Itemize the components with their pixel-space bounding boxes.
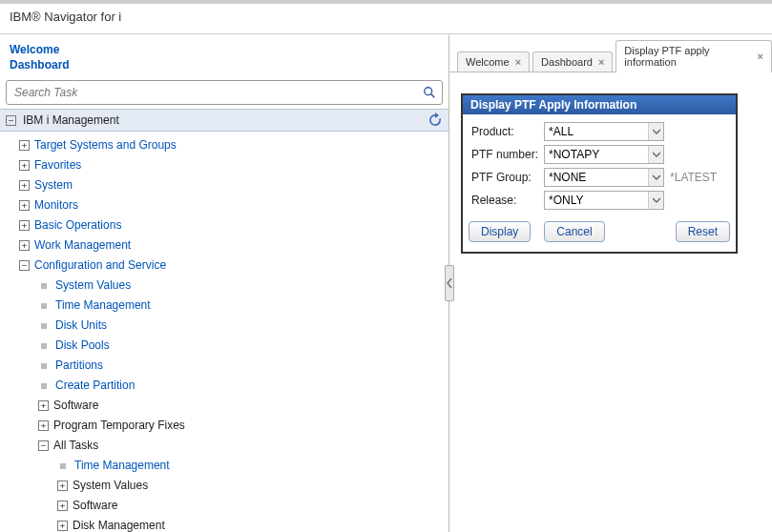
- display-button[interactable]: Display: [469, 221, 531, 242]
- tab-label: Display PTF apply information: [624, 45, 751, 68]
- bullet-icon: [41, 383, 47, 389]
- tree-item[interactable]: +Favorites: [0, 155, 449, 175]
- chevron-down-icon[interactable]: [648, 169, 663, 186]
- tree-item-label: Basic Operations: [34, 217, 121, 234]
- bullet-icon: [41, 343, 47, 349]
- reset-button[interactable]: Reset: [676, 221, 730, 242]
- release-input[interactable]: [545, 193, 648, 208]
- expand-icon[interactable]: +: [38, 400, 49, 411]
- tab-welcome[interactable]: Welcome×: [457, 51, 530, 72]
- chevron-down-icon[interactable]: [648, 146, 663, 163]
- ptfgrp-combo[interactable]: [544, 168, 664, 187]
- tab-label: Dashboard: [541, 56, 593, 68]
- tree-item-label: Target Systems and Groups: [34, 137, 177, 153]
- collapse-icon[interactable]: −: [6, 115, 16, 126]
- bullet-icon: [60, 463, 66, 469]
- tree-item[interactable]: Disk Units: [0, 316, 449, 336]
- tree-item[interactable]: Time Management: [0, 296, 449, 316]
- refresh-icon[interactable]: [428, 113, 443, 128]
- dashboard-link[interactable]: Dashboard: [10, 57, 439, 72]
- expand-icon[interactable]: +: [19, 240, 30, 251]
- svg-point-0: [425, 88, 432, 95]
- tree-item[interactable]: Time Management: [0, 456, 449, 476]
- tab-display-ptf[interactable]: Display PTF apply information×: [616, 40, 772, 72]
- tree-item[interactable]: +Software: [0, 496, 449, 516]
- ptfgrp-input[interactable]: [545, 170, 648, 185]
- tree-item[interactable]: Disk Pools: [0, 336, 449, 356]
- welcome-link[interactable]: Welcome: [10, 42, 439, 57]
- chevron-down-icon[interactable]: [648, 192, 663, 209]
- tree-item[interactable]: +Target Systems and Groups: [0, 135, 449, 155]
- tree-item-label: System Values: [55, 277, 131, 294]
- sidebar: Welcome Dashboard − IBM i Management +Ta…: [0, 34, 449, 532]
- close-icon[interactable]: ×: [598, 56, 604, 68]
- tree-item[interactable]: Create Partition: [0, 376, 449, 396]
- tree-item-label: Disk Management: [73, 518, 165, 532]
- tree-item[interactable]: +Monitors: [0, 195, 449, 215]
- tree-item-label: All Tasks: [53, 438, 98, 454]
- chevron-down-icon[interactable]: [648, 123, 663, 140]
- tree-item-label: Favorites: [34, 157, 81, 174]
- tree-item-label: Monitors: [34, 197, 78, 214]
- tab-dashboard[interactable]: Dashboard×: [532, 51, 613, 72]
- product-combo[interactable]: [544, 122, 664, 141]
- bullet-icon: [41, 363, 47, 369]
- tree-item-label: Software: [53, 398, 98, 414]
- tree-item-label: Time Management: [74, 458, 170, 474]
- ptfgrp-side-value: *LATEST: [667, 166, 720, 189]
- expand-icon[interactable]: +: [19, 140, 30, 151]
- tree-item[interactable]: System Values: [0, 276, 449, 296]
- content-area: Welcome× Dashboard× Display PTF apply in…: [449, 34, 772, 532]
- release-label: Release:: [469, 189, 541, 212]
- ptf-panel: Display PTF Apply Information Product: P…: [461, 93, 738, 254]
- tree-item[interactable]: +Program Temporary Fixes: [0, 416, 449, 436]
- tree-item[interactable]: +Disk Management: [0, 516, 449, 532]
- ptfgrp-label: PTF Group:: [469, 166, 541, 189]
- expand-icon[interactable]: +: [57, 521, 68, 531]
- bullet-icon: [41, 283, 47, 289]
- collapse-icon[interactable]: −: [19, 260, 30, 271]
- expand-icon[interactable]: +: [19, 180, 30, 191]
- tree-item-label: Configuration and Service: [34, 257, 166, 274]
- search-task[interactable]: [6, 80, 443, 105]
- expand-icon[interactable]: +: [19, 220, 30, 231]
- panel-title: Display PTF Apply Information: [463, 95, 736, 114]
- app-title: IBM® Navigator for i: [0, 4, 772, 34]
- tree-item[interactable]: +System: [0, 175, 449, 195]
- close-icon[interactable]: ×: [515, 56, 521, 68]
- tree-root-label: IBM i Management: [21, 113, 428, 127]
- collapse-icon[interactable]: −: [38, 440, 49, 451]
- cancel-button[interactable]: Cancel: [544, 221, 604, 242]
- product-label: Product:: [469, 120, 541, 143]
- splitter-handle[interactable]: [445, 265, 454, 301]
- tree-item-label: Work Management: [34, 237, 131, 254]
- expand-icon[interactable]: +: [57, 481, 68, 491]
- expand-icon[interactable]: +: [38, 420, 49, 431]
- ptfnum-combo[interactable]: [544, 145, 664, 164]
- svg-line-1: [431, 94, 435, 98]
- tree-item-label: Software: [73, 498, 117, 514]
- bullet-icon: [41, 303, 47, 309]
- tree-item-config-service[interactable]: −Configuration and Service: [0, 256, 449, 276]
- tree-item[interactable]: +Software: [0, 396, 449, 416]
- ptfnum-label: PTF number:: [469, 143, 541, 166]
- release-combo[interactable]: [544, 191, 664, 210]
- tree-item[interactable]: +Basic Operations: [0, 215, 449, 235]
- expand-icon[interactable]: +: [19, 160, 30, 171]
- tree-item-label: Disk Pools: [55, 338, 110, 354]
- tree-item-label: System: [34, 177, 73, 194]
- tree-item[interactable]: +System Values: [0, 476, 449, 496]
- product-input[interactable]: [545, 124, 648, 139]
- tree-item-all-tasks[interactable]: −All Tasks: [0, 436, 449, 456]
- tree-root-header[interactable]: − IBM i Management: [0, 109, 449, 132]
- expand-icon[interactable]: +: [19, 200, 30, 211]
- tab-label: Welcome: [466, 56, 510, 68]
- tree-item-label: System Values: [73, 478, 148, 494]
- ptfnum-input[interactable]: [545, 147, 648, 162]
- close-icon[interactable]: ×: [758, 51, 763, 62]
- search-input[interactable]: [12, 83, 423, 102]
- expand-icon[interactable]: +: [57, 501, 68, 511]
- tree-item[interactable]: +Work Management: [0, 235, 449, 256]
- tab-bar: Welcome× Dashboard× Display PTF apply in…: [449, 34, 772, 72]
- tree-item[interactable]: Partitions: [0, 356, 449, 376]
